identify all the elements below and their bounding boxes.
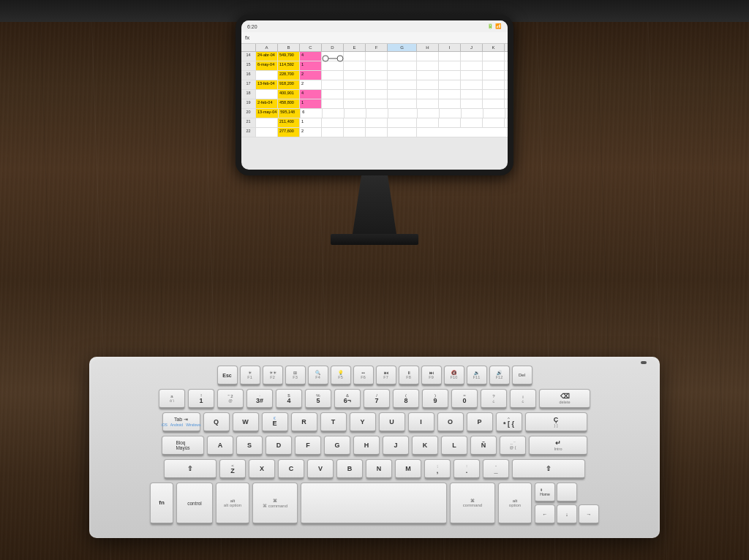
key-j[interactable]: J [383,436,409,456]
stand-base [331,234,418,245]
key-q[interactable]: Q [203,412,230,433]
key-del[interactable]: Del [512,366,532,386]
key-f9[interactable]: ⏭F9 [421,366,442,386]
key-f2[interactable]: ☀☀F2 [263,366,283,386]
key-period[interactable]: :. [453,459,480,480]
key-control[interactable]: control [176,483,213,525]
cell-14i [439,52,461,61]
key-f10[interactable]: 🔇F10 [444,366,464,386]
key-2[interactable]: " 2@ [217,389,244,409]
col-j: J [461,44,483,51]
key-d[interactable]: D [266,436,292,456]
key-tab[interactable]: Tab ⇥iOS Android Windows [162,412,200,433]
key-1[interactable]: !1 [188,389,214,409]
row-num-22: 22 [241,128,256,137]
key-enter[interactable]: ↵Intro [529,436,587,456]
key-g[interactable]: G [324,436,350,456]
key-0[interactable]: =0 [451,389,478,409]
key-6[interactable]: &6¬ [334,389,361,409]
key-5[interactable]: %5 [305,389,331,409]
key-s[interactable]: S [236,436,263,456]
key-x[interactable]: X [249,459,275,480]
key-cmd-right[interactable]: ⌘ command [450,483,495,525]
key-alt-left[interactable]: alt alt option [216,483,249,525]
key-t[interactable]: T [320,412,347,433]
cell-22f [366,128,388,137]
key-4[interactable]: $4 [276,389,302,409]
key-cmd-left[interactable]: ⌘ ⌘ command [252,483,298,525]
key-f6[interactable]: ▪▪F6 [353,366,374,386]
cell-17g [388,80,417,89]
key-y[interactable]: Y [350,412,376,433]
key-f5[interactable]: 💡F5 [331,366,351,386]
key-9[interactable]: )9 [422,389,448,409]
key-shift-right[interactable]: ⇧ [512,459,585,480]
key-quote[interactable]: .. ¨@ { [500,436,526,456]
key-home[interactable]: ⇞Home [535,483,555,503]
key-equals[interactable]: ¡¿ [510,389,536,409]
cell-17c: 2 [300,80,322,89]
key-backspace[interactable]: ⌫delete [539,389,590,409]
key-space[interactable] [301,483,447,525]
key-lbracket[interactable]: ^* [ { [496,412,522,433]
col-d: D [322,44,344,51]
row-num-21: 21 [241,118,256,127]
cell-22a [256,128,278,137]
key-a[interactable]: A [207,436,233,456]
key-r[interactable]: R [291,412,317,433]
key-fn[interactable]: fn [150,483,173,525]
col-c: C [300,44,322,51]
cell-20a: 13-may-04 [256,109,279,118]
key-i[interactable]: I [408,412,434,433]
key-k[interactable]: K [412,436,438,456]
key-w[interactable]: W [233,412,259,433]
key-o[interactable]: O [437,412,464,433]
cell-17k [483,80,505,89]
key-n[interactable]: N [366,459,392,480]
key-p[interactable]: P [467,412,493,433]
key-ñ[interactable]: Ñ [470,436,497,456]
key-f11[interactable]: 🔉F11 [467,366,487,386]
key-alt-right[interactable]: alt option [498,483,532,525]
key-e[interactable]: €E [262,412,288,433]
key-minus[interactable]: ?¿ [481,389,507,409]
key-f8[interactable]: ⏸F8 [399,366,419,386]
key-f1[interactable]: ☀F1 [240,366,260,386]
key-8[interactable]: (8 [393,389,419,409]
key-f4[interactable]: 🔍F4 [308,366,328,386]
key-slash[interactable]: -_ [483,459,509,480]
key-3[interactable]: ·3# [246,389,273,409]
key-v[interactable]: V [307,459,334,480]
col-f: F [366,44,388,51]
zxcv-row: ⇧ <Z X C V B N M ;, :. -_ ⇧ [99,459,650,480]
key-u[interactable]: U [379,412,405,433]
key-pageup[interactable] [557,483,577,503]
key-l[interactable]: L [441,436,467,456]
cell-21e [344,118,366,127]
row-num-15: 15 [241,61,256,70]
key-grave[interactable]: aó \ [159,389,185,409]
keyboard-indicator [641,361,647,364]
key-b[interactable]: B [336,459,363,480]
key-comma[interactable]: ;, [424,459,451,480]
key-z[interactable]: <Z [219,459,246,480]
key-f[interactable]: F [295,436,321,456]
key-c[interactable]: C [278,459,304,480]
key-shift-left[interactable]: ⇧ [164,459,217,480]
key-right[interactable]: → [579,504,599,525]
cell-14j [461,52,483,61]
cell-18c: 4 [300,90,322,99]
key-left[interactable]: ← [535,504,555,525]
key-7[interactable]: /7 [364,389,390,409]
key-down[interactable]: ↓ [557,504,577,525]
key-caps-lock[interactable]: BloqMayús [162,436,204,456]
cell-17e [344,80,366,89]
key-esc[interactable]: Esc [217,366,238,386]
key-f3[interactable]: ⊞F3 [285,366,306,386]
key-m[interactable]: M [395,459,421,480]
cell-17j [461,80,483,89]
key-ç[interactable]: Ç} ] [525,412,587,433]
key-f12[interactable]: 🔊F12 [489,366,510,386]
key-f7[interactable]: ⏮F7 [376,366,396,386]
key-h[interactable]: H [353,436,380,456]
